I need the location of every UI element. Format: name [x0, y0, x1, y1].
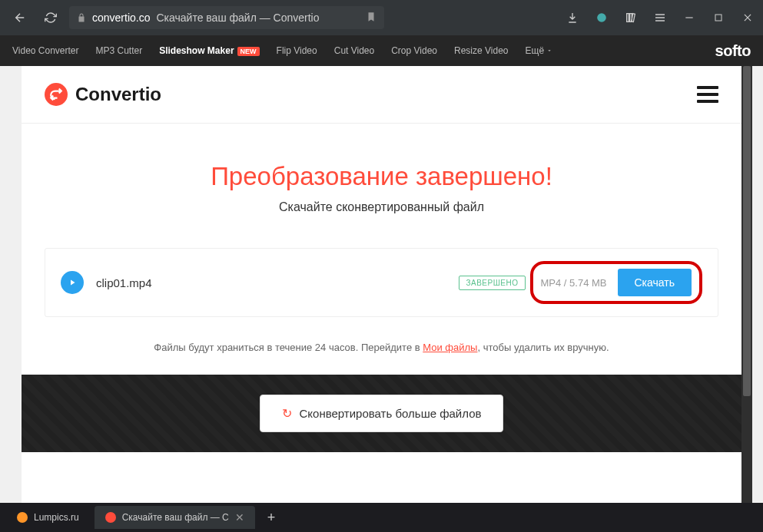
download-icon[interactable]: [565, 10, 580, 25]
new-badge: NEW: [237, 47, 260, 56]
extension-icon[interactable]: [594, 10, 609, 25]
softo-crop-video[interactable]: Crop Video: [391, 45, 437, 56]
svg-rect-1: [715, 15, 722, 21]
spacer: [22, 452, 741, 503]
library-icon[interactable]: [623, 10, 639, 25]
convert-more-button[interactable]: ↻ Сконвертировать больше файлов: [260, 395, 504, 432]
page-heading: Преобразование завершено!: [45, 162, 718, 191]
menu-icon[interactable]: [652, 10, 668, 25]
favicon-icon: [17, 512, 28, 523]
softo-video-converter[interactable]: Video Converter: [12, 45, 79, 56]
storage-info: Файлы будут храниться в течение 24 часов…: [45, 342, 718, 353]
url-domain: convertio.co: [92, 12, 150, 24]
softo-cut-video[interactable]: Cut Video: [334, 45, 374, 56]
my-files-link[interactable]: Мои файлы: [423, 342, 477, 353]
chevron-down-icon: [546, 48, 552, 54]
brand-text: Convertio: [75, 84, 161, 105]
convertio-logo[interactable]: Convertio: [45, 83, 161, 106]
lock-icon: [77, 13, 86, 22]
main-content: Преобразование завершено! Скачайте сконв…: [22, 124, 741, 353]
scrollbar-thumb[interactable]: [743, 66, 751, 396]
maximize-button[interactable]: [711, 10, 726, 25]
softo-slideshow-maker[interactable]: Slideshow MakerNEW: [159, 45, 259, 56]
new-tab-button[interactable]: +: [260, 510, 284, 526]
minimize-button[interactable]: [682, 10, 697, 25]
svg-point-0: [597, 13, 606, 22]
convertio-logo-icon: [45, 83, 68, 106]
scrollbar[interactable]: [741, 66, 752, 503]
tab-lumpics[interactable]: Lumpics.ru: [6, 506, 90, 529]
softo-resize-video[interactable]: Resize Video: [454, 45, 509, 56]
page-subtitle: Скачайте сконвертированный файл: [45, 200, 718, 214]
file-meta: MP4 / 5.74 MB: [541, 277, 607, 289]
convert-more-band: ↻ Сконвертировать больше файлов: [22, 375, 741, 452]
softo-toolbar: Video Converter MP3 Cutter Slideshow Mak…: [0, 35, 763, 66]
close-button[interactable]: [740, 10, 755, 25]
softo-more[interactable]: Ещё: [526, 45, 553, 56]
address-bar[interactable]: convertio.co Скачайте ваш файл — Convert…: [69, 6, 384, 29]
favicon-icon: [105, 512, 116, 523]
download-button[interactable]: Скачать: [618, 269, 692, 296]
download-highlight: MP4 / 5.74 MB Скачать: [530, 261, 702, 304]
titlebar-actions: [565, 10, 755, 25]
softo-logo[interactable]: softo: [715, 42, 751, 60]
tab-convertio[interactable]: Скачайте ваш файл — C ✕: [95, 506, 255, 529]
play-button[interactable]: [61, 271, 84, 294]
hamburger-menu[interactable]: [697, 86, 718, 103]
refresh-icon: ↻: [282, 406, 292, 421]
page-content: Convertio Преобразование завершено! Скач…: [22, 66, 741, 503]
bookmark-icon[interactable]: [366, 12, 377, 25]
page-viewport: Convertio Преобразование завершено! Скач…: [0, 66, 763, 503]
filename: clip01.mp4: [96, 276, 459, 289]
reload-button[interactable]: [38, 5, 63, 30]
status-badge: ЗАВЕРШЕНО: [459, 276, 525, 290]
file-row: clip01.mp4 ЗАВЕРШЕНО MP4 / 5.74 MB Скача…: [45, 248, 718, 317]
back-button[interactable]: [8, 5, 32, 30]
softo-flip-video[interactable]: Flip Video: [277, 45, 317, 56]
softo-mp3-cutter[interactable]: MP3 Cutter: [96, 45, 143, 56]
tab-bar: Lumpics.ru Скачайте ваш файл — C ✕ +: [0, 503, 763, 532]
url-title: Скачайте ваш файл — Convertio: [156, 12, 319, 24]
site-header: Convertio: [22, 66, 741, 124]
browser-titlebar: convertio.co Скачайте ваш файл — Convert…: [0, 0, 763, 35]
close-tab-icon[interactable]: ✕: [235, 511, 244, 524]
